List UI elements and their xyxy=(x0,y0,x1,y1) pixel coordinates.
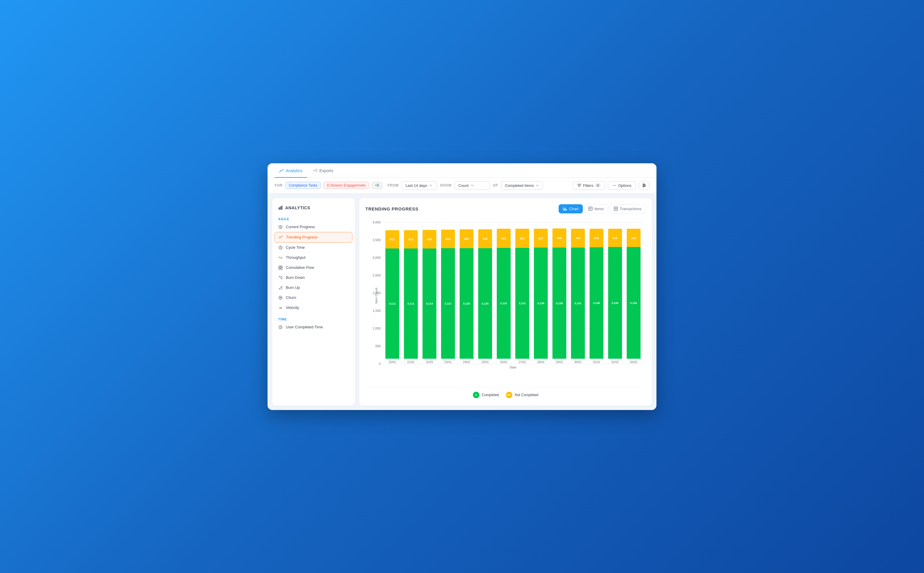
view-tab-items-label: Items xyxy=(594,207,604,211)
legend-dot-not-completed: NC xyxy=(506,392,512,398)
bar-segment-completed: 3,135 xyxy=(534,247,548,359)
bar-group: 5413,13126/01 xyxy=(496,222,512,364)
x-axis-tick: 21/01 xyxy=(407,360,414,364)
sidebar-item-trending-progress[interactable]: Trending Progress xyxy=(275,232,352,243)
svg-rect-12 xyxy=(279,268,280,269)
tab-analytics[interactable]: Analytics xyxy=(275,163,307,178)
bar-segment-not-completed: 538 xyxy=(552,229,566,247)
sidebar-item-cumulative-flow[interactable]: Cumulative Flow xyxy=(272,263,355,272)
svg-rect-10 xyxy=(279,266,280,267)
bar-segment-completed: 3,152 xyxy=(608,247,622,359)
sidebar-item-throughput[interactable]: Throughput xyxy=(272,253,355,263)
tab-exports[interactable]: Exports xyxy=(308,163,338,178)
bar-group: 5223,11121/01 xyxy=(403,222,419,364)
bar-stack: 5163,152 xyxy=(627,229,641,359)
bar-stack: 5413,131 xyxy=(515,229,529,359)
sidebar-item-cycle-time[interactable]: Cycle Time xyxy=(272,243,355,253)
items-view-icon xyxy=(588,207,593,211)
bar-group: 5223,11120/01 xyxy=(384,222,400,364)
svg-rect-18 xyxy=(566,209,567,210)
x-axis-tick: 24/01 xyxy=(463,360,470,364)
view-tab-transactions[interactable]: Transactions xyxy=(609,204,646,213)
sidebar-header: ANALYTICS xyxy=(272,203,355,215)
sidebar-item-label: Cycle Time xyxy=(286,245,305,250)
view-tabs: Chart Items Transactions xyxy=(559,204,646,213)
sidebar-item-label: Current Progress xyxy=(286,225,315,229)
of-dropdown[interactable]: Completed Items xyxy=(501,181,543,190)
bar-stack: 5383,138 xyxy=(552,229,566,359)
tag-d-division[interactable]: D Division Engagemnets xyxy=(324,182,369,189)
sidebar-item-label: Churn xyxy=(286,295,296,300)
sidebar: ANALYTICS AGILE Current Progress Trendin… xyxy=(272,198,355,405)
tag-compliance-tasks[interactable]: Compliance Tasks xyxy=(286,182,321,189)
filters-button[interactable]: Filters 0 xyxy=(573,181,605,190)
svg-rect-11 xyxy=(281,266,282,267)
for-label: FOR xyxy=(275,183,283,188)
circle-icon xyxy=(278,225,283,229)
of-label: OF xyxy=(493,183,498,188)
options-label: Options xyxy=(618,183,632,188)
adjust-button[interactable] xyxy=(639,181,649,189)
bar-segment-not-completed: 525 xyxy=(422,230,436,249)
chart-title: TRENDING PROGRESS xyxy=(365,206,418,211)
options-button[interactable]: Options xyxy=(608,181,636,190)
bar-group: 5293,14130/01 xyxy=(570,222,586,364)
svg-rect-19 xyxy=(589,207,592,210)
svg-rect-20 xyxy=(614,207,618,210)
plus-circle-icon xyxy=(278,295,283,300)
adjust-icon xyxy=(642,183,646,188)
burn-down-icon xyxy=(278,275,283,280)
sidebar-item-current-progress[interactable]: Current Progress xyxy=(272,222,355,232)
view-tab-items[interactable]: Items xyxy=(584,204,608,213)
sidebar-item-churn[interactable]: Churn xyxy=(272,293,355,303)
options-icon xyxy=(612,183,616,188)
bar-segment-not-completed: 526 xyxy=(460,229,474,248)
bar-group: 5373,13528/01 xyxy=(533,222,549,364)
legend-item-not-completed: NC Not Completed xyxy=(506,392,538,398)
bar-segment-not-completed: 541 xyxy=(515,229,529,248)
x-axis-label: Date xyxy=(383,365,643,369)
bar-segment-completed: 3,145 xyxy=(589,247,603,359)
svg-rect-17 xyxy=(565,208,566,210)
bars-container: 5223,11120/015223,11121/015253,11422/015… xyxy=(383,222,643,364)
y-tick-label: 2,500 xyxy=(372,274,381,277)
sidebar-item-velocity[interactable]: Velocity xyxy=(272,303,355,313)
x-axis-tick: 31/01 xyxy=(593,360,600,364)
bar-segment-not-completed: 516 xyxy=(627,229,641,247)
show-dropdown[interactable]: Count xyxy=(455,181,490,190)
from-dropdown[interactable]: Last 14 days xyxy=(402,181,437,190)
bar-segment-not-completed: 530 xyxy=(589,229,603,247)
x-axis-tick: 26/01 xyxy=(500,360,507,364)
clock-icon xyxy=(278,245,283,250)
bar-segment-not-completed: 537 xyxy=(534,229,548,247)
legend-label-not-completed: Not Completed xyxy=(515,393,538,397)
bar-segment-completed: 3,141 xyxy=(571,247,585,359)
sidebar-item-label: Burn Up xyxy=(286,285,300,290)
x-axis-tick: 22/01 xyxy=(426,360,433,364)
burn-up-icon xyxy=(278,285,283,290)
sidebar-item-user-completed-time[interactable]: User Completed Time xyxy=(272,322,355,332)
app-container: Analytics Exports FOR Compliance Tasks D… xyxy=(267,163,657,410)
x-axis-tick: 20/01 xyxy=(389,360,396,364)
export-icon xyxy=(313,168,317,174)
view-tab-chart[interactable]: Chart xyxy=(559,204,583,213)
tag-more[interactable]: +5 xyxy=(372,182,383,189)
bar-segment-completed: 3,125 xyxy=(460,248,474,359)
bar-segment-not-completed: 541 xyxy=(497,229,511,248)
chart-container: Item Count 4,0003,5003,0002,5002,0001,50… xyxy=(365,219,646,384)
sidebar-item-label: Cumulative Flow xyxy=(286,265,314,270)
bar-stack: 5303,145 xyxy=(589,229,603,359)
svg-point-6 xyxy=(643,186,644,187)
sidebar-section-agile: AGILE Current Progress Trending Progress xyxy=(272,215,355,313)
y-tick-label: 1,000 xyxy=(372,327,381,330)
view-tab-transactions-label: Transactions xyxy=(620,207,641,211)
bar-segment-not-completed: 516 xyxy=(608,229,622,247)
sidebar-title: ANALYTICS xyxy=(285,205,310,210)
bar-stack: 5373,135 xyxy=(534,229,548,359)
sidebar-item-burn-down[interactable]: Burn Down xyxy=(272,272,355,283)
bar-stack: 5263,125 xyxy=(460,229,474,359)
sidebar-item-burn-up[interactable]: Burn Up xyxy=(272,283,355,293)
svg-point-2 xyxy=(614,185,614,186)
bar-segment-not-completed: 529 xyxy=(571,229,585,247)
of-value: Completed Items xyxy=(505,183,534,188)
